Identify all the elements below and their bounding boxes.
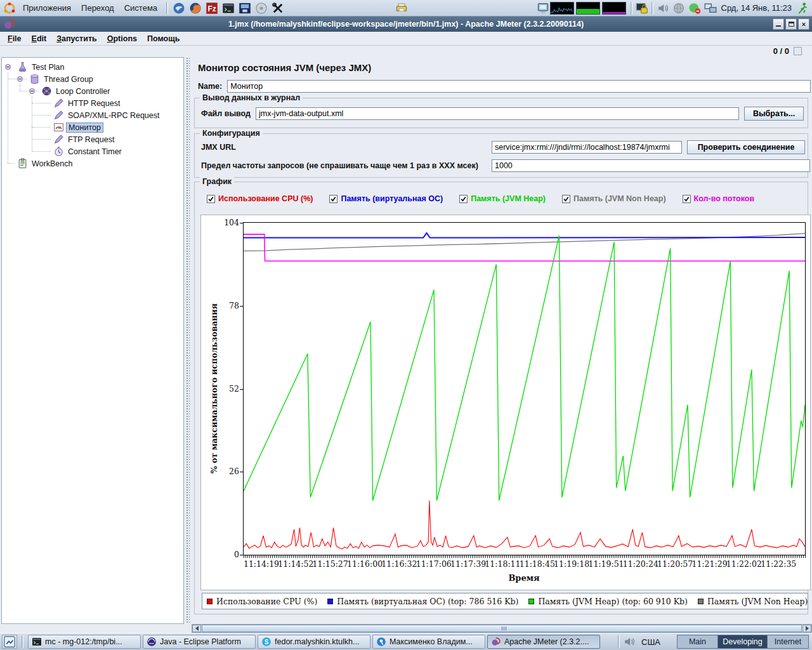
series-checkbox-память-jvm-heap-[interactable]: Память (JVM Heap)	[459, 194, 546, 203]
taskbar-task-fedor-malyshkin-ktulkh-[interactable]: Sfedor.malyshkin.ktulkh...	[258, 635, 370, 649]
checkbox-icon[interactable]	[459, 195, 468, 203]
menu-помощь[interactable]: Помощь	[142, 33, 185, 44]
scroll-left-button[interactable]	[192, 625, 201, 632]
workspace-main[interactable]: Main	[678, 635, 718, 648]
taskbar-task-apache-jmeter-2-3-2-[interactable]: Apache JMeter (2.3.2....	[487, 635, 600, 649]
printer-icon[interactable]	[395, 1, 409, 15]
series-checkbox-память-виртуальная-ос-[interactable]: Память (виртуальная ОС)	[329, 194, 443, 203]
checkbox-icon[interactable]	[207, 195, 215, 203]
taskbar-task-mc-mg-012-tmp-bi-[interactable]: mc - mg-012:/tmp/bi...	[28, 635, 141, 649]
check-connection-button[interactable]: Проверить соендинение	[687, 140, 805, 154]
chart-legend: Использование CPU (%)Память (виртуальная…	[202, 593, 808, 609]
tree-item-workbench[interactable]: WorkBench	[17, 157, 183, 169]
checkbox-icon[interactable]	[329, 195, 337, 203]
output-file-input[interactable]	[256, 107, 739, 120]
keyboard-layout[interactable]: США	[641, 637, 660, 647]
jmx-url-input[interactable]	[492, 141, 682, 154]
tree-expand-handle[interactable]	[17, 76, 23, 82]
scroll-right-button[interactable]	[802, 625, 811, 632]
menu-edit[interactable]: Edit	[27, 33, 52, 44]
series-checkbox-память-jvm-non-heap-[interactable]: Память (JVM Non Heap)	[562, 194, 666, 203]
window-titlebar[interactable]: 1.jmx (/home/malyshkinf/eclipse-workspac…	[0, 17, 812, 32]
output-group: Вывод данных в журнал Файл вывод Выбрать…	[194, 98, 808, 128]
messenger-icon[interactable]	[688, 1, 702, 15]
y-tick-mark	[240, 555, 243, 555]
close-button[interactable]: ×	[798, 18, 809, 30]
network-monitor-applet[interactable]	[602, 2, 626, 15]
im-icon	[376, 637, 386, 647]
screen-lock-icon[interactable]	[635, 1, 649, 15]
legend-item: Память (JVM Heap) (top: 60 910 Kb)	[528, 597, 688, 606]
tree-item-ftp-request[interactable]: FTP Request	[53, 133, 183, 145]
tree-item-soap-xml-rpc-request[interactable]: SOAP/XML-RPC Request	[53, 109, 183, 121]
split-divider[interactable]	[184, 57, 192, 624]
tree-item-thread-group[interactable]: Thread Group	[29, 73, 183, 85]
firefox-icon[interactable]	[188, 1, 202, 15]
archive-manager-icon[interactable]	[238, 1, 252, 15]
menu-запустить[interactable]: Запустить	[51, 33, 102, 44]
series-checkbox-кол-во-потоков[interactable]: Кол-во потоков	[683, 194, 755, 203]
tree-item-test-plan[interactable]: Test Plan	[17, 61, 183, 73]
scrollbar-thumb[interactable]	[202, 625, 802, 632]
tree-expand-handle[interactable]	[29, 88, 35, 94]
desktop-menu-Приложения[interactable]: Приложения	[18, 2, 76, 14]
volume-icon[interactable]	[622, 635, 636, 649]
series-line-память-jvm-heap-	[244, 235, 805, 500]
cpu-monitor-applet[interactable]	[550, 2, 574, 15]
browse-button[interactable]: Выбрать...	[744, 107, 804, 121]
horizontal-scrollbar[interactable]	[192, 624, 812, 633]
tree-item-монитор[interactable]: Монитор	[53, 121, 183, 133]
workspace-developing[interactable]: Developing	[718, 635, 768, 648]
show-desktop-button[interactable]	[2, 635, 17, 649]
memory-monitor-applet[interactable]	[576, 2, 600, 15]
workbench-icon	[17, 158, 28, 169]
terminal-icon[interactable]	[221, 1, 235, 15]
taskbar: mc - mg-012:/tmp/bi...Java - Eclipse Pla…	[0, 633, 812, 650]
sampler-icon	[53, 134, 64, 145]
maximize-button[interactable]	[785, 18, 797, 30]
y-tick-label: 26	[210, 467, 239, 476]
legend-item: Память (JVM Non Heap) (top: 26 388 Kb)	[698, 597, 808, 606]
separator	[22, 635, 23, 648]
rate-limit-input[interactable]	[492, 159, 810, 172]
tree-item-http-request[interactable]: HTTP Request	[53, 97, 183, 109]
desktop-menu-Переход[interactable]: Переход	[76, 2, 119, 14]
filezilla-icon[interactable]: Fz	[205, 1, 219, 15]
checkbox-icon[interactable]	[683, 195, 691, 203]
chart-series	[244, 223, 805, 555]
tree-item-constant-timer[interactable]: Constant Timer	[53, 145, 183, 157]
desktop-menu-Система[interactable]: Система	[119, 2, 162, 14]
network-computers-icon[interactable]	[704, 1, 717, 15]
x-tick-label: 11:22:35	[761, 559, 796, 569]
name-row: Name:	[198, 80, 811, 93]
thunderbird-icon[interactable]	[172, 1, 186, 15]
sampler-icon	[53, 98, 64, 109]
run-indicator	[794, 47, 802, 55]
taskbar-task-максименко-владим-[interactable]: Максименко Владим...	[372, 635, 485, 649]
cd-player-icon[interactable]	[254, 1, 268, 15]
x-tick-label: 11:21:29	[691, 559, 727, 569]
checkbox-icon[interactable]	[562, 195, 570, 203]
menu-options[interactable]: Options	[102, 33, 142, 44]
tools-icon[interactable]	[271, 1, 285, 15]
menu-file[interactable]: File	[3, 33, 27, 44]
monitor-icon	[53, 122, 64, 133]
jmx-url-label: JMX URL	[201, 143, 487, 152]
minimize-button[interactable]	[773, 18, 784, 30]
series-checkbox-использование-cpu-[interactable]: Использование CPU (%)	[207, 194, 313, 203]
tree-item-loop-controller[interactable]: Loop Controller	[41, 85, 183, 97]
running-man-icon[interactable]	[796, 1, 809, 15]
desktop-menus: ПриложенияПереходСистема	[18, 2, 162, 14]
clock[interactable]: Срд, 14 Янв, 11:23	[721, 3, 792, 13]
workspace-internet[interactable]: Internet	[768, 635, 808, 648]
tree-expand-handle[interactable]	[5, 64, 11, 70]
computer-icon[interactable]	[536, 1, 550, 15]
window-title: 1.jmx (/home/malyshkinf/eclipse-workspac…	[0, 20, 812, 29]
x-tick-label: 11:15:27	[313, 559, 348, 569]
spool-icon	[29, 74, 40, 84]
distro-logo-icon[interactable]	[3, 1, 16, 15]
name-input[interactable]	[227, 80, 811, 93]
taskbar-task-java-eclipse-platform[interactable]: Java - Eclipse Platform	[143, 635, 256, 649]
globe-icon[interactable]	[672, 1, 686, 15]
volume-icon[interactable]	[656, 1, 670, 15]
